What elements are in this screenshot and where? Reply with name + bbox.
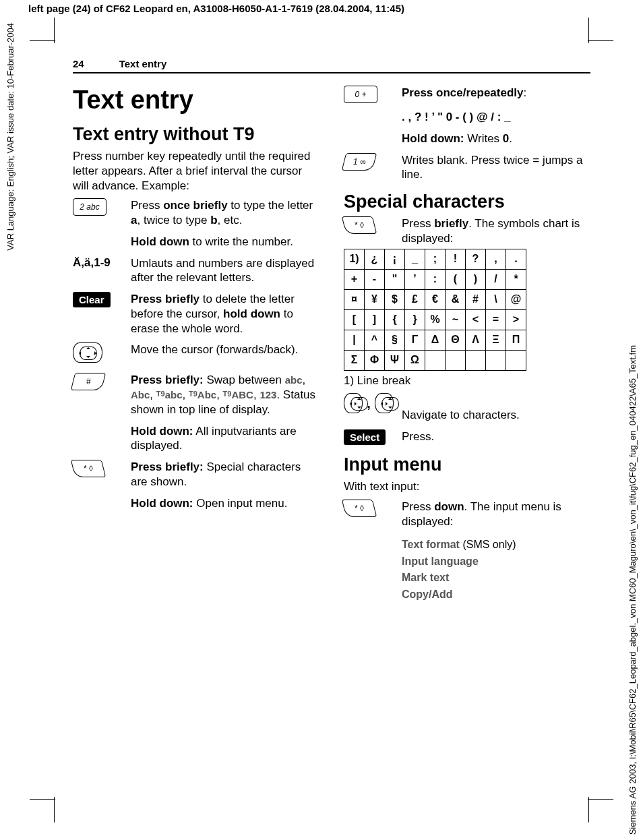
clear-desc: Press briefly to delete the letter befor… (131, 292, 319, 336)
zero-key-icon: 0 + (344, 86, 394, 103)
charmap-cell: Δ (425, 330, 446, 350)
zero-chars: . , ? ! ’ " 0 - ( ) @ / : _ (402, 110, 590, 125)
navpad-desc: Move the cursor (forwards/back). (131, 342, 319, 366)
charmap-cell: , (486, 249, 506, 269)
charmap-cell: ¿ (365, 249, 385, 269)
crop-mark (54, 18, 55, 43)
h2-without-t9: Text entry without T9 (73, 124, 319, 145)
umlaut-label: Ä,ä,1-9 (73, 256, 123, 286)
crop-mark (30, 799, 55, 800)
zero-desc-1: Press once/repeatedly: (402, 86, 590, 103)
hash-desc-2: Hold down: All inputvariants are display… (131, 424, 319, 454)
charmap-cell: ) (466, 269, 486, 289)
charmap-cell: § (385, 330, 405, 350)
charmap-cell (466, 350, 486, 370)
charmap-cell: * (506, 269, 526, 289)
charmap-cell (506, 350, 526, 370)
h2-special-characters: Special characters (344, 191, 590, 212)
star-key-icon-2: * ◊ (344, 216, 394, 246)
charmap-cell (425, 350, 446, 370)
left-column: Text entry Text entry without T9 Press n… (73, 86, 319, 604)
one-key-icon: 1 ∞ (344, 153, 394, 183)
input-menu-lead: With text input: (344, 479, 590, 494)
navpad-icon (73, 342, 123, 366)
running-head: 24 Text entry (73, 58, 590, 73)
crop-mark (588, 40, 613, 41)
charmap-cell: ’ (405, 269, 425, 289)
charmap-cell: Ω (405, 350, 425, 370)
star-key-icon-3: * ◊ (344, 500, 394, 529)
charmap-cell: Φ (365, 350, 385, 370)
special-char-table: 1)¿¡_;!?,.+-"’:()/*¤¥$£€&#\@[]{}%~<=>|^§… (344, 249, 526, 371)
page-body: 24 Text entry Text entry Text entry with… (73, 58, 590, 604)
key-2-icon: 2 abc (73, 198, 123, 228)
charmap-cell: | (344, 330, 365, 350)
crop-mark (588, 799, 613, 800)
charmap-cell: > (506, 309, 526, 330)
charmap-cell: @ (506, 289, 526, 309)
star-key-icon: * ◊ (73, 460, 123, 489)
table-footnote: 1) Line break (344, 373, 590, 388)
charmap-cell: } (405, 309, 425, 330)
star-desc-2: Hold down: Open input menu. (131, 496, 319, 511)
charmap-cell: € (425, 289, 446, 309)
charmap-cell: - (365, 269, 385, 289)
charmap-cell: ? (466, 249, 486, 269)
charmap-cell: . (506, 249, 526, 269)
charmap-cell: " (385, 269, 405, 289)
crop-mark (30, 40, 55, 41)
right-column: 0 + Press once/repeatedly: . , ? ! ’ " 0… (344, 86, 590, 604)
charmap-cell: [ (344, 309, 365, 330)
charmap-cell: # (466, 289, 486, 309)
input-menu-desc: Press down. The input menu is displayed: (402, 500, 590, 529)
charmap-cell: Σ (344, 350, 365, 370)
charmap-cell: + (344, 269, 365, 289)
running-title: Text entry (119, 58, 167, 69)
umlaut-desc: Umlauts and numbers are displayed after … (131, 256, 319, 286)
charmap-cell (486, 350, 506, 370)
charmap-cell: Π (506, 330, 526, 350)
charmap-cell: Θ (446, 330, 466, 350)
key-2-desc-1: Press once briefly to type the letter a,… (131, 198, 319, 228)
charmap-cell: 1) (344, 249, 365, 269)
page-number: 24 (73, 58, 84, 69)
h1-text-entry: Text entry (73, 86, 319, 115)
charmap-cell: & (446, 289, 466, 309)
charmap-cell: Ξ (486, 330, 506, 350)
select-desc: Press. (402, 429, 590, 445)
hash-key-icon: # (73, 373, 123, 417)
charmap-cell: ¤ (344, 289, 365, 309)
key-2-label: 2 abc (80, 202, 99, 212)
charmap-cell: ^ (365, 330, 385, 350)
charmap-cell: ] (365, 309, 385, 330)
charmap-cell: £ (405, 289, 425, 309)
charmap-cell: : (425, 269, 446, 289)
hash-desc-1: Press briefly: Swap between abc, Abc, T9… (131, 373, 319, 417)
charmap-cell: \ (486, 289, 506, 309)
charmap-cell: ( (446, 269, 466, 289)
definition-list: 2 abc Press once briefly to type the let… (73, 198, 319, 510)
right-margin-note: Siemens AG 2003, I:\Mobil\R65\CF62_Leopa… (627, 345, 638, 835)
navpad-pair-desc: Navigate to characters. (402, 393, 590, 423)
key-2-desc-2: Hold down to write the number. (131, 235, 319, 249)
charmap-cell: { (385, 309, 405, 330)
charmap-cell: _ (405, 249, 425, 269)
zero-desc-2: Hold down: Writes 0. (402, 131, 590, 146)
charmap-cell: % (425, 309, 446, 330)
charmap-cell: < (466, 309, 486, 330)
star-desc-1: Press briefly: Special characters are sh… (131, 460, 319, 489)
charmap-cell: ¥ (365, 289, 385, 309)
charmap-cell: $ (385, 289, 405, 309)
charmap-cell: ! (446, 249, 466, 269)
charmap-cell: = (486, 309, 506, 330)
charmap-cell: / (486, 269, 506, 289)
charmap-cell: Γ (405, 330, 425, 350)
input-menu-items: Text format (SMS only) Input language Ma… (402, 535, 590, 604)
intro-paragraph: Press number key repeatedly until the re… (73, 149, 319, 193)
select-softkey: Select (344, 429, 394, 445)
crop-mark (588, 18, 589, 43)
crop-mark (588, 797, 589, 822)
charmap-cell (446, 350, 466, 370)
clear-softkey: Clear (73, 292, 123, 336)
charmap-cell: ; (425, 249, 446, 269)
